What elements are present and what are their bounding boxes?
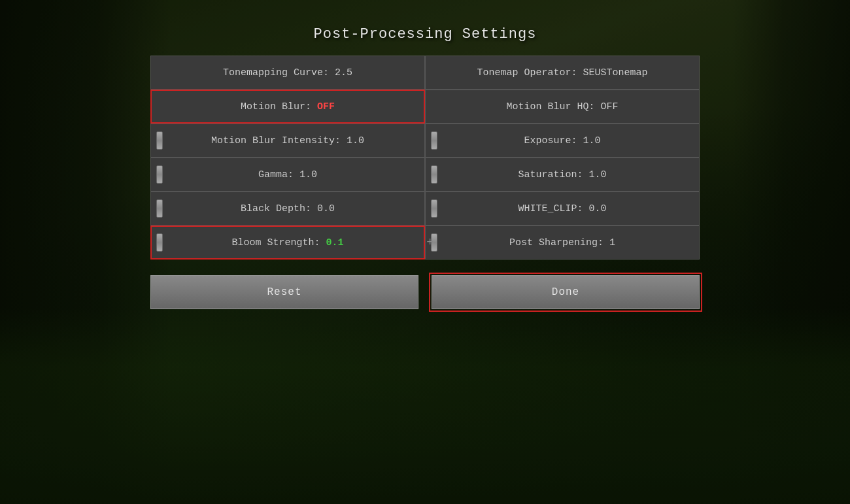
setting-post-sharpening[interactable]: Post Sharpening: 1 (425, 226, 700, 260)
slider-handle-black-depth[interactable] (156, 199, 163, 218)
setting-exposure[interactable]: Exposure: 1.0 (425, 124, 700, 158)
setting-motion-blur-hq[interactable]: Motion Blur HQ: OFF (425, 90, 700, 124)
setting-motion-blur[interactable]: Motion Blur: OFF (150, 90, 425, 124)
reset-button[interactable]: Reset (150, 275, 418, 309)
slider-handle[interactable] (156, 131, 163, 150)
settings-grid: Tonemapping Curve: 2.5 Tonemap Operator:… (150, 56, 700, 260)
page-title: Post-Processing Settings (314, 26, 537, 42)
setting-gamma[interactable]: Gamma: 1.0 (150, 158, 425, 192)
cross-indicator: + (426, 236, 434, 249)
slider-handle-saturation[interactable] (431, 165, 437, 184)
setting-tonemapping-curve[interactable]: Tonemapping Curve: 2.5 (150, 56, 425, 90)
slider-handle-white-clip[interactable] (431, 199, 437, 218)
slider-handle-exposure[interactable] (431, 131, 437, 150)
done-button[interactable]: Done (432, 275, 700, 309)
setting-black-depth[interactable]: Black Depth: 0.0 (150, 192, 425, 226)
setting-motion-blur-intensity[interactable]: Motion Blur Intensity: 1.0 (150, 124, 425, 158)
buttons-row: Reset Done (150, 275, 700, 309)
setting-bloom-strength[interactable]: Bloom Strength: 0.1 + (150, 226, 425, 260)
setting-white-clip[interactable]: WHITE_CLIP: 0.0 (425, 192, 700, 226)
ui-container: Post-Processing Settings Tonemapping Cur… (0, 0, 850, 504)
slider-handle-gamma[interactable] (156, 165, 163, 184)
slider-handle-bloom[interactable] (156, 233, 163, 252)
setting-saturation[interactable]: Saturation: 1.0 (425, 158, 700, 192)
setting-tonemap-operator[interactable]: Tonemap Operator: SEUSTonemap (425, 56, 700, 90)
